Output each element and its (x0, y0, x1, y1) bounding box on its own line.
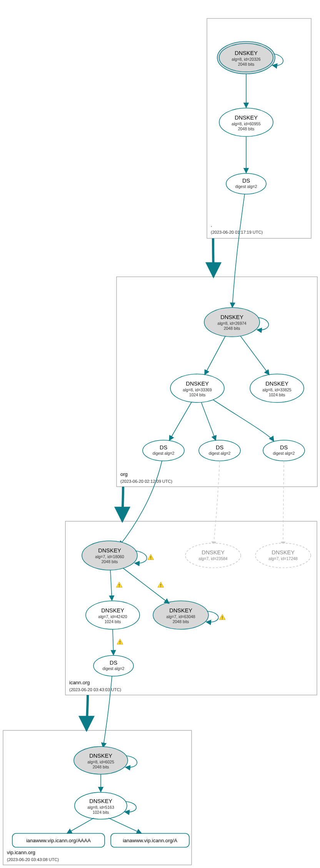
svg-text:DNSKEY: DNSKEY (186, 381, 209, 387)
svg-text:alg=8, id=33825: alg=8, id=33825 (262, 387, 291, 392)
warning-icon (117, 639, 123, 645)
zone-icann-label: icann.org (69, 680, 90, 685)
svg-text:DNSKEY: DNSKEY (89, 798, 112, 804)
root-zsk-node: DNSKEY alg=8, id=60955 2048 bits (219, 108, 273, 136)
svg-text:alg=7, id=42420: alg=7, id=42420 (98, 614, 127, 619)
warning-icon (219, 614, 225, 620)
svg-text:digest alg=2: digest alg=2 (153, 451, 175, 456)
zone-root-ts: (2023-06-20 01:17:19 UTC) (211, 230, 263, 234)
edge-org-ds3-ghost2 (283, 461, 284, 546)
icann-ksk-node: DNSKEY alg=7, id=18060 2048 bits (82, 541, 137, 570)
svg-point-10 (226, 173, 266, 194)
svg-text:DNSKEY: DNSKEY (89, 753, 112, 759)
svg-text:1024 bits: 1024 bits (189, 392, 206, 397)
svg-text:1024 bits: 1024 bits (269, 392, 285, 397)
edge-delegation-org-icann (122, 487, 123, 521)
warning-icon (148, 554, 154, 560)
svg-point-38 (185, 543, 241, 568)
svg-text:DS: DS (110, 660, 117, 666)
icann-ds-node: DS digest alg=2 (93, 655, 133, 676)
svg-point-41 (255, 543, 311, 568)
svg-point-25 (143, 440, 184, 461)
svg-text:1024 bits: 1024 bits (105, 619, 121, 624)
icann-zsk1-node: DNSKEY alg=7, id=42420 1024 bits (86, 601, 140, 629)
svg-text:DNSKEY: DNSKEY (101, 607, 124, 614)
edge-org-zsk1-ds2 (201, 402, 216, 441)
svg-text:DS: DS (160, 444, 167, 451)
root-ksk-node: DNSKEY alg=8, id=20326 2048 bits (217, 42, 275, 74)
svg-text:1024 bits: 1024 bits (93, 810, 109, 815)
warning-icon (158, 582, 164, 588)
edge-org-ds2-ghost1 (213, 461, 220, 546)
org-zsk1-node: DNSKEY alg=8, id=33369 1024 bits (170, 374, 224, 402)
svg-text:2048 bits: 2048 bits (102, 559, 118, 564)
edge-org-zsk1-ds1 (169, 402, 192, 441)
svg-text:DNSKEY: DNSKEY (220, 314, 243, 320)
svg-text:2048 bits: 2048 bits (224, 326, 240, 331)
vip-record-aaaa-label: ianawww.vip.icann.org/AAAA (26, 838, 91, 843)
svg-text:2048 bits: 2048 bits (238, 62, 255, 67)
svg-text:DNSKEY: DNSKEY (235, 115, 258, 121)
svg-text:2048 bits: 2048 bits (173, 619, 189, 624)
svg-text:DNSKEY: DNSKEY (235, 50, 258, 56)
svg-text:alg=7, id=63048: alg=7, id=63048 (166, 614, 195, 619)
svg-text:2048 bits: 2048 bits (238, 126, 255, 131)
icann-ghost1-node: DNSKEY alg=7, id=23584 (185, 543, 241, 568)
edge-org-ksk-zsk2 (240, 336, 269, 375)
zone-vip-label: vip.icann.org (7, 850, 35, 855)
svg-text:digest alg=2: digest alg=2 (235, 184, 257, 189)
zone-root-label: . (211, 222, 212, 228)
edge-icann-ksk-zsk1 (110, 570, 112, 600)
svg-text:alg=8, id=60955: alg=8, id=60955 (232, 121, 260, 126)
svg-text:alg=7, id=17248: alg=7, id=17248 (268, 556, 297, 561)
zone-vip-ts: (2023-06-20 03:43:08 UTC) (7, 857, 59, 862)
svg-text:alg=8, id=5163: alg=8, id=5163 (87, 805, 114, 810)
edge-vip-zsk-aaaa (67, 818, 94, 833)
zone-org-ts: (2023-06-20 02:12:09 UTC) (120, 479, 172, 484)
zone-org-label: org (120, 471, 128, 477)
edge-root-ds-org-ksk (232, 194, 245, 308)
svg-text:DNSKEY: DNSKEY (169, 607, 192, 614)
root-ds-node: DS digest alg=2 (226, 173, 266, 194)
svg-text:DS: DS (216, 444, 223, 451)
edge-org-zsk1-ds3 (213, 400, 274, 441)
edge-org-ksk-zsk1 (205, 336, 225, 375)
dnssec-diagram: ! . (2023-06-20 01:17:19 UTC) org (2023-… (0, 0, 320, 868)
svg-text:DNSKEY: DNSKEY (272, 549, 295, 555)
icann-zsk2-node: DNSKEY alg=7, id=63048 2048 bits (153, 601, 208, 629)
svg-text:DS: DS (242, 178, 250, 184)
icann-ghost2-node: DNSKEY alg=7, id=17248 (255, 543, 311, 568)
svg-text:digest alg=2: digest alg=2 (273, 451, 295, 456)
zone-icann-ts: (2023-06-20 03:43:03 UTC) (69, 687, 121, 692)
svg-text:alg=7, id=23584: alg=7, id=23584 (198, 556, 227, 561)
edge-delegation-root-org (213, 238, 213, 277)
svg-text:digest alg=2: digest alg=2 (209, 451, 231, 456)
warning-icon (116, 582, 122, 588)
svg-text:2048 bits: 2048 bits (93, 765, 109, 769)
vip-record-a-label: ianawww.vip.icann.org/A (123, 838, 177, 843)
svg-text:DS: DS (280, 444, 288, 451)
org-ds3-node: DS digest alg=2 (263, 440, 305, 461)
vip-zsk-node: DNSKEY alg=8, id=5163 1024 bits (75, 792, 127, 819)
edge-vip-zsk-a (108, 818, 142, 833)
svg-text:alg=7, id=18060: alg=7, id=18060 (95, 554, 124, 559)
svg-text:DNSKEY: DNSKEY (265, 381, 288, 387)
org-ksk-node: DNSKEY alg=8, id=26974 2048 bits (204, 308, 260, 337)
vip-ksk-node: DNSKEY alg=8, id=6025 2048 bits (74, 747, 128, 774)
svg-point-52 (93, 655, 133, 676)
org-zsk2-node: DNSKEY alg=8, id=33825 1024 bits (250, 374, 304, 402)
edge-delegation-icann-vip (87, 695, 88, 730)
svg-point-31 (263, 440, 305, 461)
svg-point-28 (199, 440, 240, 461)
org-ds2-node: DS digest alg=2 (199, 440, 240, 461)
edge-icann-zsk1-ds (113, 629, 113, 655)
svg-text:alg=8, id=26974: alg=8, id=26974 (217, 321, 246, 326)
svg-text:DNSKEY: DNSKEY (98, 547, 121, 554)
svg-text:DNSKEY: DNSKEY (202, 549, 225, 555)
svg-text:alg=8, id=33369: alg=8, id=33369 (183, 387, 212, 392)
svg-text:alg=8, id=6025: alg=8, id=6025 (87, 760, 114, 764)
org-ds1-node: DS digest alg=2 (143, 440, 184, 461)
svg-text:alg=8, id=20326: alg=8, id=20326 (232, 57, 260, 62)
svg-text:digest alg=2: digest alg=2 (103, 666, 125, 671)
edge-icann-ds-vip-ksk (103, 676, 112, 748)
